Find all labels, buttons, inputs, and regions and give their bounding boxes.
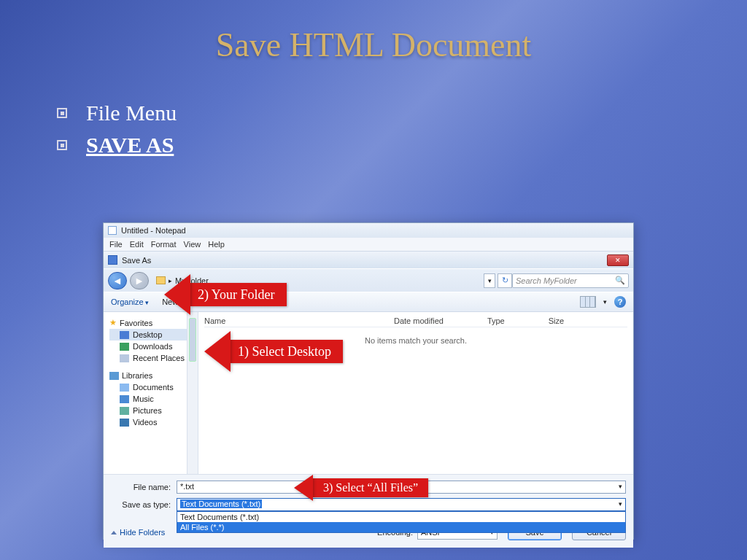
chevron-up-icon (111, 531, 117, 534)
tree-item-documents[interactable]: Documents (109, 381, 198, 393)
callout-arrow-1: 1) Select Desktop (204, 331, 343, 372)
tree-item-downloads[interactable]: Downloads (109, 341, 198, 352)
hide-folders-button[interactable]: Hide Folders (111, 528, 165, 537)
refresh-button[interactable]: ↻ (498, 273, 512, 288)
arrow-head-icon (204, 331, 231, 372)
tree-libraries-header[interactable]: Libraries (109, 370, 198, 381)
tree-scrollbar[interactable] (187, 312, 198, 474)
favorites-label: Favorites (120, 319, 152, 327)
back-button[interactable]: ◄ (108, 272, 127, 289)
callout-arrow-2: 2) Your Folder (164, 274, 287, 315)
address-dropdown[interactable]: ▾ (484, 273, 495, 288)
bullet-marker-icon (57, 108, 67, 118)
bullet-2: SAVE AS (57, 133, 747, 158)
view-options-button[interactable] (580, 296, 596, 308)
save-icon (108, 255, 117, 265)
menu-help[interactable]: Help (208, 240, 225, 249)
desktop-label: Desktop (133, 330, 162, 339)
menu-edit[interactable]: Edit (130, 240, 144, 249)
col-size[interactable]: Size (549, 316, 564, 325)
close-button[interactable]: ✕ (607, 254, 629, 266)
bullet-list: File Menu SAVE AS (57, 101, 747, 158)
downloads-label: Downloads (133, 342, 172, 351)
documents-label: Documents (133, 383, 174, 392)
music-icon (120, 395, 129, 403)
downloads-icon (120, 343, 129, 351)
menu-view[interactable]: View (184, 240, 201, 249)
callout-arrow-3: 3) Select “All Files” (294, 475, 428, 501)
notepad-titlebar: Untitled - Notepad (104, 223, 633, 238)
chevron-down-icon[interactable]: ▾ (619, 483, 622, 490)
notepad-title-text: Untitled - Notepad (121, 226, 186, 235)
tree-item-music[interactable]: Music (109, 393, 198, 405)
libraries-icon (109, 372, 119, 380)
hide-folders-label: Hide Folders (120, 528, 165, 537)
pictures-label: Pictures (133, 406, 162, 415)
filetype-value: Text Documents (*.txt) (180, 499, 262, 508)
col-date[interactable]: Date modified (394, 316, 444, 325)
music-label: Music (133, 394, 154, 403)
filetype-option-all[interactable]: All Files (*.*) (177, 522, 625, 532)
organize-button[interactable]: Organize (111, 298, 149, 306)
menu-format[interactable]: Format (151, 240, 177, 249)
search-placeholder: Search MyFolder (516, 276, 577, 285)
pictures-icon (120, 407, 129, 415)
help-button[interactable]: ? (614, 296, 626, 308)
saveas-title-text: Save As (122, 256, 151, 265)
libraries-label: Libraries (122, 371, 152, 380)
arrow-head-icon (164, 274, 190, 315)
tree-item-recent[interactable]: Recent Places (109, 352, 198, 364)
saveas-titlebar: Save As ✕ (104, 251, 633, 268)
filetype-label: Save as type: (111, 500, 177, 509)
column-headers[interactable]: Name Date modified Type Size (204, 315, 627, 327)
recent-label: Recent Places (133, 354, 185, 362)
scrollbar-thumb[interactable] (189, 318, 196, 362)
bullet-1: File Menu (57, 101, 747, 125)
callout-2-text: 2) Your Folder (190, 283, 287, 306)
menu-file[interactable]: File (109, 240, 123, 249)
col-name[interactable]: Name (204, 316, 350, 325)
tree-item-pictures[interactable]: Pictures (109, 405, 198, 416)
notepad-menubar: File Edit Format View Help (104, 238, 633, 251)
forward-button[interactable]: ► (130, 272, 149, 289)
desktop-icon (120, 331, 129, 339)
view-dropdown-icon[interactable]: ▾ (603, 298, 607, 306)
chevron-down-icon[interactable]: ▾ (619, 500, 622, 508)
dialog-body: ★ Favorites Desktop Downloads Recent Pla… (104, 312, 633, 474)
star-icon: ★ (109, 318, 117, 327)
videos-icon (120, 419, 129, 427)
navigation-tree: ★ Favorites Desktop Downloads Recent Pla… (104, 312, 198, 474)
filename-value: *.txt (180, 482, 194, 491)
documents-icon (120, 384, 129, 392)
search-input[interactable]: Search MyFolder 🔍 (512, 273, 629, 288)
videos-label: Videos (133, 418, 157, 427)
slide-title: Save HTML Document (0, 0, 747, 64)
filetype-option-txt[interactable]: Text Documents (*.txt) (177, 512, 625, 522)
recent-icon (120, 354, 129, 362)
bullet-2-text: SAVE AS (86, 133, 174, 158)
callout-1-text: 1) Select Desktop (231, 340, 343, 363)
callout-3-text: 3) Select “All Files” (313, 478, 428, 497)
filename-label: File name: (111, 483, 177, 491)
tree-favorites-header[interactable]: ★ Favorites (109, 316, 198, 329)
tree-item-desktop[interactable]: Desktop (109, 329, 198, 341)
tree-item-videos[interactable]: Videos (109, 416, 198, 428)
bullet-1-text: File Menu (86, 101, 177, 125)
filetype-dropdown: Text Documents (*.txt) All Files (*.*) (177, 511, 626, 533)
bullet-marker-icon (57, 140, 67, 150)
col-type[interactable]: Type (487, 316, 505, 325)
search-icon: 🔍 (615, 276, 625, 285)
arrow-head-icon (294, 475, 313, 501)
notepad-icon (108, 226, 117, 235)
